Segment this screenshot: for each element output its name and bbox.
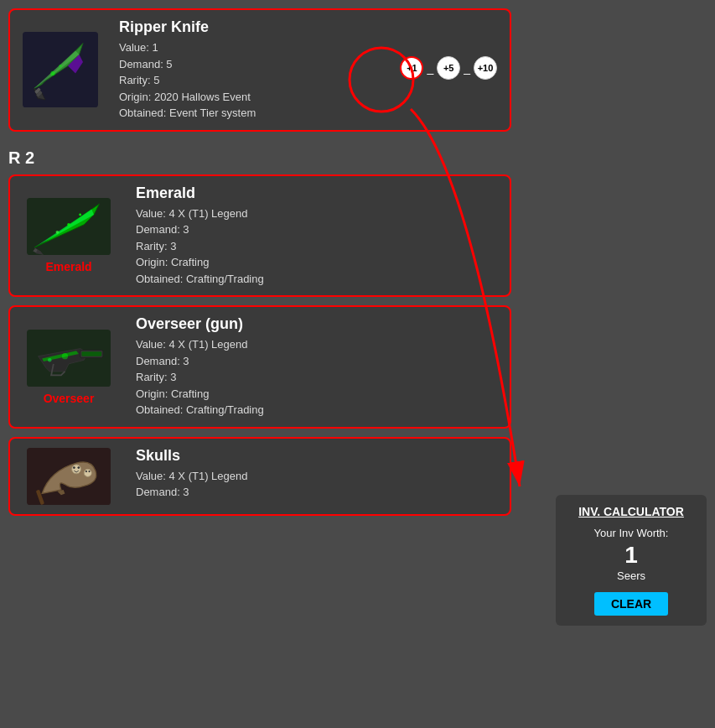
emerald-value: Value: 4 X (T1) Legend xyxy=(136,205,501,222)
overseer-demand: Demand: 3 xyxy=(136,353,501,370)
section-label-r2: R 2 xyxy=(8,148,511,168)
sep-2: _ xyxy=(464,61,470,75)
svg-point-20 xyxy=(77,466,80,469)
svg-point-8 xyxy=(67,223,70,226)
ripper-knife-title: Ripper Knife xyxy=(119,18,501,36)
skulls-info: Skulls Value: 4 X (T1) Legend Demand: 3 xyxy=(127,439,510,514)
inv-worth-label: Your Inv Worth: xyxy=(566,527,697,539)
increment-buttons: +1 _ +5 _ +10 xyxy=(400,56,497,80)
ripper-knife-image-container xyxy=(10,10,111,130)
emerald-image-container: Emerald xyxy=(10,176,127,296)
emerald-rarity: Rarity: 3 xyxy=(136,238,501,255)
overseer-image-container: Overseer xyxy=(10,307,127,427)
svg-rect-13 xyxy=(81,351,101,356)
svg-point-5 xyxy=(50,71,54,75)
skulls-image xyxy=(27,447,111,506)
skulls-card: Skulls Value: 4 X (T1) Legend Demand: 3 xyxy=(8,437,511,516)
overseer-image xyxy=(27,329,111,387)
skulls-image-container xyxy=(10,439,127,514)
emerald-card: Emerald Emerald Value: 4 X (T1) Legend D… xyxy=(8,174,511,298)
emerald-info: Emerald Value: 4 X (T1) Legend Demand: 3… xyxy=(127,176,510,296)
overseer-info: Overseer (gun) Value: 4 X (T1) Legend De… xyxy=(127,307,510,427)
emerald-obtained: Obtained: Crafting/Trading xyxy=(136,271,501,288)
emerald-origin: Origin: Crafting xyxy=(136,254,501,271)
overseer-label: Overseer xyxy=(44,392,95,405)
emerald-image xyxy=(27,197,111,256)
ripper-knife-image xyxy=(23,32,98,107)
skulls-title: Skulls xyxy=(136,447,501,465)
emerald-label: Emerald xyxy=(45,260,91,273)
svg-point-14 xyxy=(62,353,68,359)
svg-point-10 xyxy=(79,214,81,216)
svg-point-22 xyxy=(85,471,87,472)
svg-point-9 xyxy=(56,231,60,234)
inv-worth-unit: Seers xyxy=(566,569,697,582)
overseer-obtained: Obtained: Crafting/Trading xyxy=(136,402,501,419)
inc-btn-10[interactable]: +10 xyxy=(474,56,497,80)
sep-1: _ xyxy=(427,61,433,75)
inv-calculator-panel: INV. CALCULATOR Your Inv Worth: 1 Seers … xyxy=(556,495,707,626)
emerald-title: Emerald xyxy=(136,185,501,202)
ripper-knife-value: Value: 1 xyxy=(119,39,501,56)
ripper-knife-card: Ripper Knife Value: 1 Demand: 5 Rarity: … xyxy=(8,8,511,132)
overseer-value: Value: 4 X (T1) Legend xyxy=(136,336,501,353)
inc-btn-1[interactable]: +1 xyxy=(400,56,423,80)
svg-point-15 xyxy=(48,358,52,362)
svg-point-21 xyxy=(84,469,91,476)
svg-point-23 xyxy=(88,471,90,472)
overseer-title: Overseer (gun) xyxy=(136,315,501,333)
svg-point-19 xyxy=(73,466,75,469)
inv-calc-title: INV. CALCULATOR xyxy=(566,505,697,518)
ripper-knife-origin: Origin: 2020 Hallows Event xyxy=(119,89,501,106)
clear-button[interactable]: CLEAR xyxy=(594,592,668,616)
inv-worth-value: 1 xyxy=(566,541,697,569)
overseer-card: Overseer Overseer (gun) Value: 4 X (T1) … xyxy=(8,305,511,429)
overseer-rarity: Rarity: 3 xyxy=(136,369,501,386)
inc-btn-5[interactable]: +5 xyxy=(437,56,460,80)
skulls-value: Value: 4 X (T1) Legend xyxy=(136,468,501,485)
overseer-origin: Origin: Crafting xyxy=(136,386,501,403)
ripper-knife-obtained: Obtained: Event Tier system xyxy=(119,105,501,122)
emerald-demand: Demand: 3 xyxy=(136,221,501,238)
svg-point-6 xyxy=(59,65,62,68)
skulls-demand: Demand: 3 xyxy=(136,484,501,501)
